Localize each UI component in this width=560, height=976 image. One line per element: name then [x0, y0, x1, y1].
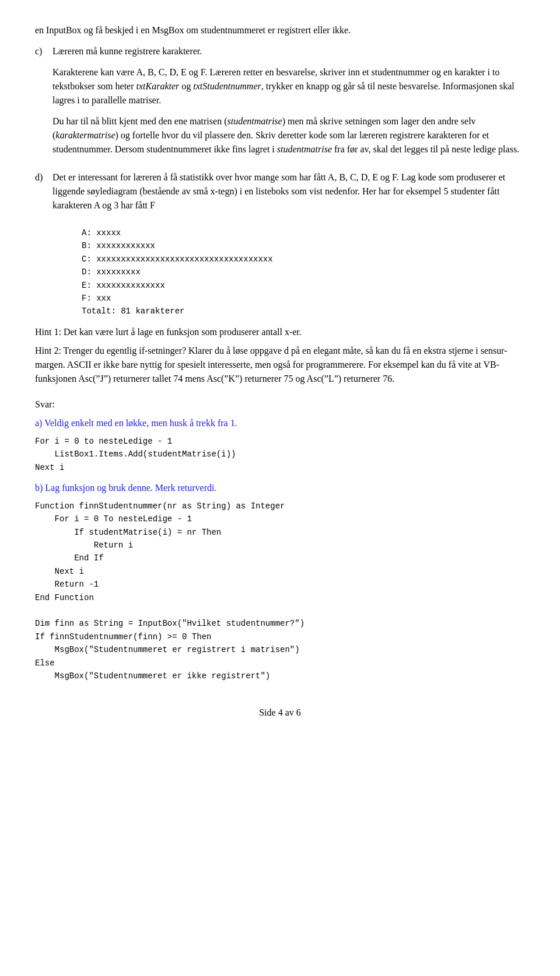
- answer-a-label: a) Veldig enkelt med en løkke, men husk …: [35, 416, 525, 430]
- c-text3: Du har til nå blitt kjent med den ene ma…: [52, 114, 525, 156]
- diagram-block: A: xxxxx B: xxxxxxxxxxxx C: xxxxxxxxxxxx…: [82, 226, 525, 318]
- list-content-d: Det er interessant for læreren å få stat…: [52, 170, 525, 219]
- hint1: Hint 1: Det kan være lurt å lage en funk…: [35, 325, 525, 339]
- svar-label: Svar:: [35, 398, 525, 412]
- d-text1: Det er interessant for læreren å få stat…: [52, 170, 525, 212]
- c-text1: Læreren må kunne registrere karakterer.: [52, 44, 525, 58]
- list-content-c: Læreren må kunne registrere karakterer. …: [52, 44, 525, 163]
- intro-text: en InputBox og få beskjed i en MsgBox om…: [35, 23, 525, 37]
- list-label-d: d): [35, 170, 52, 219]
- list-label-c: c): [35, 44, 52, 163]
- c-text2: Karakterene kan være A, B, C, D, E og F.…: [52, 65, 525, 107]
- code-block-a: For i = 0 to nesteLedige - 1 ListBox1.It…: [35, 435, 525, 474]
- answer-section: Svar: a) Veldig enkelt med en løkke, men…: [35, 398, 525, 683]
- page-footer: Side 4 av 6: [35, 706, 525, 720]
- list-item-c: c) Læreren må kunne registrere karaktere…: [35, 44, 525, 163]
- hint2: Hint 2: Trenger du egentlig if-setninger…: [35, 344, 525, 386]
- answer-b-label: b) Lag funksjon og bruk denne. Merk retu…: [35, 481, 525, 495]
- code-block-b: Function finnStudentnummer(nr as String)…: [35, 500, 525, 682]
- main-content: en InputBox og få beskjed i en MsgBox om…: [35, 23, 525, 720]
- list-item-d: d) Det er interessant for læreren å få s…: [35, 170, 525, 219]
